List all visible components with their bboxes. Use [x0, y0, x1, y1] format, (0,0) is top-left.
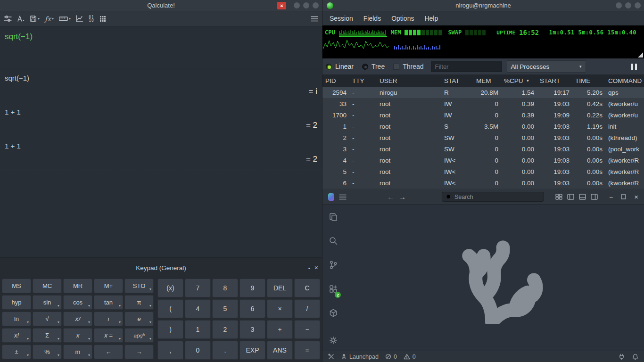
keypad-button[interactable]: 3	[239, 320, 265, 339]
keypad-button[interactable]: x!▾	[2, 328, 31, 343]
keypad-button[interactable]: ←	[94, 345, 123, 359]
keypad-button[interactable]: sin▾	[33, 295, 62, 310]
maximize-button[interactable]	[621, 194, 626, 199]
keypad-button[interactable]: MC	[33, 279, 62, 293]
keypad-button[interactable]: 6	[239, 299, 265, 318]
keypad-button[interactable]: MS	[2, 279, 31, 293]
keypad-button[interactable]: (x)	[157, 279, 183, 297]
filter-input[interactable]	[431, 61, 502, 72]
right-dock-toggle[interactable]	[591, 194, 598, 200]
menu-fields[interactable]: Fields	[358, 13, 386, 24]
keypad-button[interactable]: 2	[212, 320, 238, 339]
save-button[interactable]: ▾	[30, 15, 40, 22]
keypad-button[interactable]: cos▾	[63, 295, 92, 310]
left-dock-toggle[interactable]	[567, 194, 574, 200]
launchpad-button[interactable]: Launchpad	[341, 354, 379, 360]
keypad-button[interactable]: e▾	[124, 312, 154, 326]
editor-menu-button[interactable]	[339, 194, 347, 200]
thread-checkbox[interactable]	[393, 64, 399, 70]
keypad-button[interactable]: =	[294, 341, 320, 360]
column-header-tty[interactable]: TTY	[349, 77, 377, 84]
process-row[interactable]: 2594-niroguR20.8M1.5419:175.20sqps	[322, 87, 644, 98]
keypad-button[interactable]: +	[267, 320, 293, 339]
keypad-button[interactable]: /	[294, 299, 320, 318]
process-row[interactable]: 4-rootIW<00.0019:030.00s(kworker/R	[322, 155, 644, 166]
detach-icon[interactable]: ●	[308, 266, 310, 270]
keypad-button[interactable]: (	[157, 299, 183, 318]
keypad-button[interactable]: .	[212, 341, 238, 360]
keypad-button[interactable]: EXP	[239, 341, 265, 360]
expression-input[interactable]: sqrt(−1)	[0, 26, 322, 68]
keypad-button[interactable]: Σ▾	[33, 328, 62, 343]
notifications-button[interactable]	[632, 354, 638, 360]
package-panel-button[interactable]	[329, 308, 338, 320]
keypad-button[interactable]: ANS	[267, 341, 293, 360]
keypad-button[interactable]: 7	[185, 279, 211, 297]
menu-session[interactable]: Session	[324, 13, 358, 24]
window-control-dot[interactable]	[635, 2, 641, 8]
menu-help[interactable]: Help	[419, 13, 443, 24]
keypad-button[interactable]: hyp	[2, 295, 31, 310]
units-button[interactable]: ▾	[59, 16, 71, 22]
window-control-dot[interactable]	[625, 2, 631, 8]
functions-button[interactable]: ƒx ▾	[45, 15, 54, 23]
pause-button[interactable]	[631, 64, 641, 70]
bottom-dock-toggle[interactable]	[579, 194, 586, 200]
keypad-button[interactable]: )	[157, 320, 183, 339]
history-entry[interactable]: 1 + 1= 2	[0, 102, 322, 136]
keypad-button[interactable]: ln▾	[2, 312, 31, 326]
keypad-button[interactable]: xʸ▾	[63, 312, 92, 326]
nav-back-button[interactable]: ←	[387, 193, 394, 201]
process-row[interactable]: 2-rootSW00.0019:030.00s(kthreadd)	[322, 132, 644, 143]
resize-grip[interactable]	[638, 52, 643, 58]
menu-options[interactable]: Options	[386, 13, 419, 24]
search-input[interactable]	[454, 194, 540, 200]
keypad-button[interactable]: ,	[157, 341, 183, 360]
extensions-panel-button[interactable]: 2	[329, 284, 338, 296]
keypad-button[interactable]: DEL	[267, 279, 293, 297]
column-header-pid[interactable]: PID	[322, 77, 349, 84]
close-button[interactable]: ×	[634, 193, 638, 201]
tree-radio[interactable]	[362, 64, 368, 70]
settings-button[interactable]	[329, 336, 338, 347]
column-header-start[interactable]: START	[537, 77, 572, 84]
nav-forward-button[interactable]: →	[399, 193, 406, 201]
keypad-button[interactable]: 4	[185, 299, 211, 318]
plug-button[interactable]	[619, 354, 625, 360]
keypad-button[interactable]: a(x)ᵇ▾	[124, 328, 154, 343]
menu-button[interactable]	[311, 16, 318, 22]
column-header-mem[interactable]: MEM	[473, 77, 501, 84]
keypad-button[interactable]: π▾	[124, 295, 154, 310]
window-control-dot[interactable]	[616, 2, 622, 8]
process-row[interactable]: 3-rootSW00.0019:030.00s(pool_work	[322, 143, 644, 155]
process-row[interactable]: 1-rootS3.5M0.0019:031.19sinit	[322, 121, 644, 132]
keypad-button[interactable]: ±▾	[2, 345, 31, 359]
column-header-command[interactable]: COMMAND	[605, 77, 644, 84]
window-control-dot[interactable]	[313, 2, 319, 8]
keypad-button[interactable]: %▾	[33, 345, 62, 359]
keypad-button[interactable]: m▾	[63, 345, 92, 359]
keypad-button[interactable]: 1	[185, 320, 211, 339]
column-header-cpu[interactable]: %CPU▼	[501, 77, 537, 84]
history-entry[interactable]: sqrt(−1)= i	[0, 68, 322, 102]
window-control-dot[interactable]	[303, 2, 309, 8]
keypad-button[interactable]: x▾	[63, 328, 92, 343]
linear-radio[interactable]	[326, 64, 332, 70]
keypad-button[interactable]: 5	[212, 299, 238, 318]
insert-symbol-button[interactable]	[17, 15, 25, 22]
keypad-close-icon[interactable]: ×	[314, 264, 318, 272]
keypad-button[interactable]: √▾	[33, 312, 62, 326]
plot-button[interactable]	[76, 15, 83, 22]
warning-indicator[interactable]: 0	[404, 354, 416, 360]
keypad-button[interactable]: M+	[94, 279, 123, 293]
keypad-button[interactable]: C	[294, 279, 320, 297]
history-entry[interactable]: 1 + 1= 2	[0, 136, 322, 170]
error-indicator[interactable]: 0	[385, 354, 397, 360]
mode-button[interactable]	[4, 15, 12, 22]
keypad-button[interactable]: →	[124, 345, 154, 359]
process-row[interactable]: 6-rootIW<00.0019:030.00s(kworker/R	[322, 177, 644, 189]
keypad-toggle-button[interactable]	[99, 16, 106, 22]
search-panel-button[interactable]	[329, 236, 338, 247]
keypad-button[interactable]: 0	[185, 341, 211, 360]
minimize-button[interactable]: −	[609, 193, 613, 201]
